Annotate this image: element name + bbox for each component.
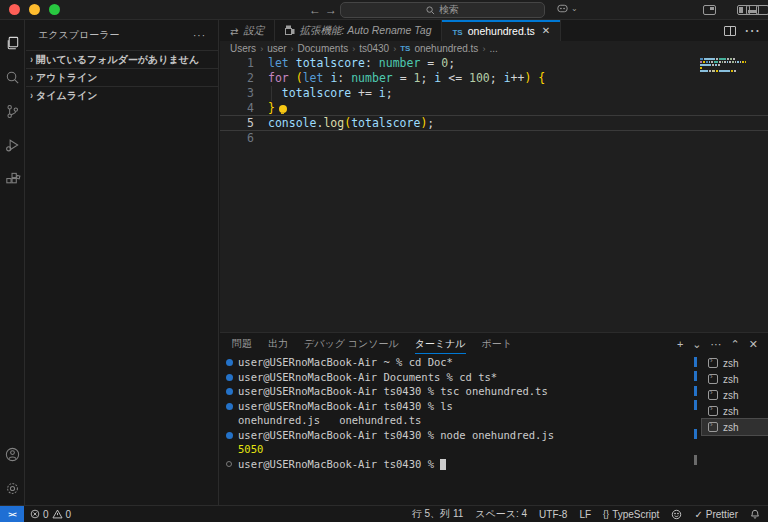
source-control-icon[interactable] — [0, 94, 25, 128]
notifications-bell[interactable] — [744, 506, 768, 522]
code-line-3[interactable]: 3 totalscore += i; — [220, 86, 768, 101]
encoding[interactable]: UTF-8 — [533, 506, 573, 522]
new-terminal-icon[interactable]: + — [677, 338, 683, 351]
terminal-output[interactable]: user@USERnoMacBook-Air ~ % cd Doc*user@U… — [220, 355, 692, 506]
terminal-icon — [708, 406, 718, 416]
status-bar: >< 0 0 行 5、列 11 スペース: 4 UTF-8 LF {} Type… — [0, 505, 768, 522]
tab-close-icon[interactable]: ✕ — [542, 25, 550, 36]
sidebar-section-2[interactable]: ›タイムライン — [26, 86, 218, 104]
breadcrumb-symbol[interactable]: ... — [489, 43, 497, 54]
search-icon — [426, 6, 435, 15]
code-editor[interactable]: 1let totalscore: number = 0;2for (let i:… — [220, 56, 768, 352]
breadcrumb[interactable]: Users›user›Documents›ts0430›TSonehundred… — [220, 41, 768, 56]
sidebar-section-label: 開いているフォルダーがありません — [36, 53, 199, 67]
braces-icon: {} — [603, 509, 609, 519]
remote-indicator[interactable]: >< — [0, 506, 24, 522]
toggle-secondary-sidebar-icon[interactable] — [756, 5, 768, 15]
customize-layout-icon[interactable] — [703, 5, 716, 15]
minimap[interactable] — [700, 58, 746, 76]
panel-more-actions-icon[interactable]: ⋯ — [711, 338, 722, 351]
command-decoration-icon[interactable] — [226, 374, 233, 381]
command-decoration-icon[interactable] — [226, 461, 232, 467]
command-decoration-icon[interactable] — [226, 359, 233, 366]
terminal-instance-zsh[interactable]: zsh — [702, 371, 768, 387]
run-debug-icon[interactable] — [0, 128, 25, 162]
settings-tab-icon — [230, 25, 238, 37]
panel-tab-ポート[interactable]: ポート — [482, 333, 512, 355]
terminal-decoration-ruler — [692, 355, 700, 506]
cursor-position[interactable]: 行 5、列 11 — [406, 506, 470, 522]
terminal-instance-zsh[interactable]: zsh — [702, 419, 768, 435]
code-line-6[interactable]: 6 — [220, 131, 768, 146]
chevron-right-icon: › — [352, 44, 355, 54]
window-minimize-button[interactable] — [29, 4, 40, 15]
panel-tab-デバッグ コンソール[interactable]: デバッグ コンソール — [304, 333, 399, 355]
prettier-status[interactable]: ✓ Prettier — [688, 506, 744, 522]
eol-sequence[interactable]: LF — [573, 506, 597, 522]
extensions-icon[interactable] — [0, 162, 25, 196]
breadcrumb-segment[interactable]: ts0430 — [359, 43, 389, 54]
terminal-instance-zsh[interactable]: zsh — [702, 387, 768, 403]
terminal-icon — [708, 374, 718, 384]
maximize-panel-icon[interactable]: ⌃ — [731, 338, 740, 351]
tab-拡張機能: Auto Rename Tag[interactable]: 拡張機能: Auto Rename Tag — [275, 20, 442, 41]
lightbulb-icon[interactable] — [279, 105, 287, 113]
window-close-button[interactable] — [9, 4, 20, 15]
panel-tab-ターミナル[interactable]: ターミナル — [415, 333, 466, 355]
panel-tab-出力[interactable]: 出力 — [268, 333, 288, 355]
terminal-instance-zsh[interactable]: zsh — [702, 403, 768, 419]
code-text: } — [254, 101, 287, 116]
panel-tab-問題[interactable]: 問題 — [232, 333, 252, 355]
breadcrumb-segment[interactable]: Users — [230, 43, 256, 54]
terminal-line: onehundred.js onehundred.ts — [220, 413, 692, 428]
terminal-line: user@USERnoMacBook-Air Documents % cd ts… — [220, 370, 692, 385]
tab-label: 設定 — [243, 24, 264, 38]
search-sidebar-icon[interactable] — [0, 60, 25, 94]
code-line-4[interactable]: 4} — [220, 101, 768, 116]
chevron-right-icon: › — [393, 44, 396, 54]
chevron-right-icon: › — [291, 44, 294, 54]
terminal-line: user@USERnoMacBook-Air ts0430 % tsc oneh… — [220, 384, 692, 399]
command-decoration-icon[interactable] — [226, 388, 233, 395]
chevron-right-icon: › — [30, 54, 33, 66]
sidebar-section-0[interactable]: ›開いているフォルダーがありません — [26, 50, 218, 68]
editor-more-actions-icon[interactable]: ⋯ — [744, 21, 760, 40]
code-text — [254, 131, 268, 146]
breadcrumb-segment[interactable]: Documents — [298, 43, 349, 54]
forward-arrow-icon[interactable]: → — [325, 1, 337, 19]
command-decoration-icon[interactable] — [226, 403, 233, 410]
feedback-smiley[interactable] — [665, 506, 688, 522]
search-placeholder: 検索 — [439, 3, 459, 17]
close-panel-icon[interactable]: ✕ — [749, 338, 758, 351]
breadcrumb-file[interactable]: onehundred.ts — [414, 43, 478, 54]
code-line-5[interactable]: 5console.log(totalscore); — [220, 115, 768, 131]
window-maximize-button[interactable] — [49, 4, 60, 15]
split-editor-icon[interactable] — [724, 26, 736, 36]
sidebar-section-1[interactable]: ›アウトライン — [26, 68, 218, 86]
problems-status[interactable]: 0 0 — [24, 506, 77, 522]
line-number: 5 — [220, 116, 254, 130]
back-arrow-icon[interactable]: ← — [309, 1, 321, 19]
copilot-menu[interactable]: ⌄ — [556, 2, 578, 15]
account-icon[interactable] — [0, 437, 25, 471]
ts-file-icon: TS — [400, 44, 410, 53]
code-line-1[interactable]: 1let totalscore: number = 0; — [220, 56, 768, 71]
sidebar-more-actions-icon[interactable]: ··· — [193, 30, 206, 41]
tab-onehundred.ts[interactable]: onehundred.ts✕ — [442, 20, 561, 41]
explorer-icon[interactable] — [0, 26, 25, 60]
settings-gear-icon[interactable] — [0, 471, 25, 505]
terminal-profile-dropdown-icon[interactable]: ⌄ — [692, 338, 701, 351]
breadcrumb-segment[interactable]: user — [267, 43, 286, 54]
terminal-line: 5050 — [220, 442, 692, 457]
tab-設定[interactable]: 設定 — [220, 20, 275, 41]
language-mode[interactable]: {} TypeScript — [597, 506, 665, 522]
line-number: 3 — [220, 86, 254, 101]
search-command-center[interactable]: 検索 — [340, 2, 545, 18]
error-icon — [30, 509, 40, 519]
command-decoration-icon[interactable] — [226, 432, 233, 439]
code-line-2[interactable]: 2for (let i: number = 1; i <= 100; i++) … — [220, 71, 768, 86]
terminal-icon — [708, 422, 718, 432]
indentation[interactable]: スペース: 4 — [469, 506, 533, 522]
code-text: let totalscore: number = 0; — [254, 56, 455, 71]
terminal-instance-zsh[interactable]: zsh — [702, 355, 768, 371]
